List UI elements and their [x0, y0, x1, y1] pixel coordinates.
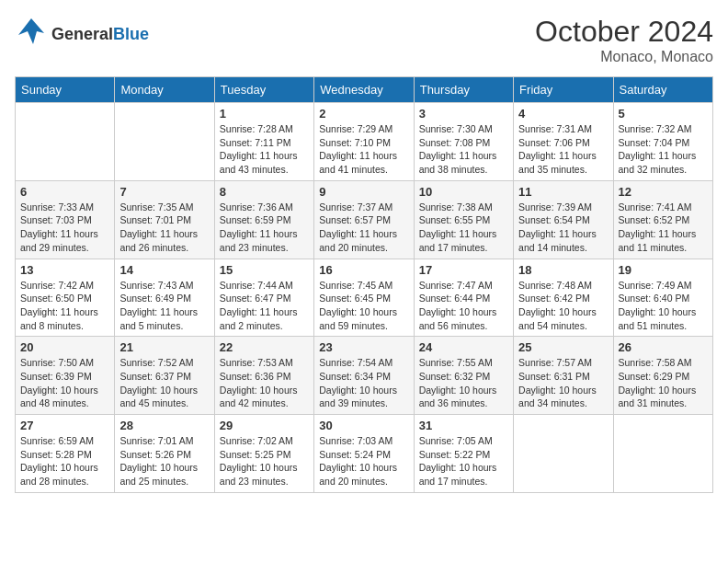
- day-number: 11: [518, 185, 608, 199]
- day-info: Sunrise: 7:54 AM Sunset: 6:34 PM Dayligh…: [319, 356, 408, 410]
- day-info: Sunrise: 7:49 AM Sunset: 6:40 PM Dayligh…: [619, 279, 708, 333]
- calendar-cell: [115, 103, 214, 181]
- page-header: GeneralBlue October 2024 Monaco, Monaco: [15, 15, 713, 65]
- day-number: 20: [20, 340, 109, 354]
- calendar-cell: 18Sunrise: 7:48 AM Sunset: 6:42 PM Dayli…: [514, 259, 613, 337]
- day-info: Sunrise: 7:32 AM Sunset: 7:04 PM Dayligh…: [619, 122, 708, 177]
- title-section: October 2024 Monaco, Monaco: [535, 15, 713, 65]
- day-info: Sunrise: 7:03 AM Sunset: 5:24 PM Dayligh…: [319, 434, 408, 488]
- calendar-week-row: 6Sunrise: 7:33 AM Sunset: 7:03 PM Daylig…: [16, 180, 713, 259]
- day-info: Sunrise: 7:02 AM Sunset: 5:25 PM Dayligh…: [220, 434, 309, 488]
- calendar-body: 1Sunrise: 7:28 AM Sunset: 7:11 PM Daylig…: [16, 103, 713, 493]
- weekday-header-cell: Thursday: [414, 77, 513, 103]
- day-number: 3: [419, 107, 508, 121]
- calendar-cell: 14Sunrise: 7:43 AM Sunset: 6:49 PM Dayli…: [115, 259, 214, 337]
- day-info: Sunrise: 7:38 AM Sunset: 6:55 PM Dayligh…: [419, 201, 508, 255]
- day-number: 23: [319, 340, 408, 354]
- calendar-cell: 19Sunrise: 7:49 AM Sunset: 6:40 PM Dayli…: [613, 259, 712, 337]
- day-info: Sunrise: 7:44 AM Sunset: 6:47 PM Dayligh…: [220, 279, 309, 333]
- day-info: Sunrise: 7:33 AM Sunset: 7:03 PM Dayligh…: [20, 201, 109, 255]
- weekday-header-row: SundayMondayTuesdayWednesdayThursdayFrid…: [16, 77, 713, 103]
- day-number: 24: [419, 340, 508, 354]
- day-info: Sunrise: 7:39 AM Sunset: 6:54 PM Dayligh…: [518, 201, 608, 255]
- day-info: Sunrise: 7:58 AM Sunset: 6:29 PM Dayligh…: [619, 356, 708, 410]
- weekday-header-cell: Sunday: [16, 77, 115, 103]
- day-info: Sunrise: 7:30 AM Sunset: 7:08 PM Dayligh…: [419, 122, 508, 177]
- weekday-header-cell: Wednesday: [314, 77, 414, 103]
- weekday-header-cell: Monday: [115, 77, 214, 103]
- day-info: Sunrise: 7:37 AM Sunset: 6:57 PM Dayligh…: [319, 201, 408, 255]
- calendar-cell: 10Sunrise: 7:38 AM Sunset: 6:55 PM Dayli…: [414, 180, 513, 259]
- calendar-cell: 23Sunrise: 7:54 AM Sunset: 6:34 PM Dayli…: [314, 337, 414, 415]
- day-number: 14: [119, 263, 209, 277]
- day-number: 10: [419, 185, 508, 199]
- calendar-cell: 31Sunrise: 7:05 AM Sunset: 5:22 PM Dayli…: [414, 415, 513, 493]
- calendar-cell: 16Sunrise: 7:45 AM Sunset: 6:45 PM Dayli…: [314, 259, 414, 337]
- calendar-cell: 13Sunrise: 7:42 AM Sunset: 6:50 PM Dayli…: [16, 259, 115, 337]
- day-number: 7: [119, 185, 209, 199]
- day-info: Sunrise: 7:50 AM Sunset: 6:39 PM Dayligh…: [20, 356, 109, 410]
- calendar-cell: 2Sunrise: 7:29 AM Sunset: 7:10 PM Daylig…: [314, 103, 414, 181]
- logo-blue-text: Blue: [113, 25, 149, 43]
- day-number: 26: [619, 340, 708, 354]
- day-number: 18: [518, 263, 608, 277]
- day-info: Sunrise: 7:57 AM Sunset: 6:31 PM Dayligh…: [518, 356, 608, 410]
- day-number: 22: [220, 340, 309, 354]
- day-info: Sunrise: 7:29 AM Sunset: 7:10 PM Dayligh…: [319, 122, 408, 177]
- calendar-cell: 12Sunrise: 7:41 AM Sunset: 6:52 PM Dayli…: [613, 180, 712, 259]
- calendar-cell: 26Sunrise: 7:58 AM Sunset: 6:29 PM Dayli…: [613, 337, 712, 415]
- day-info: Sunrise: 7:55 AM Sunset: 6:32 PM Dayligh…: [419, 356, 508, 410]
- day-number: 28: [119, 419, 209, 432]
- logo-bird-icon: [15, 15, 48, 53]
- day-number: 31: [419, 419, 508, 432]
- location-title: Monaco, Monaco: [535, 49, 713, 65]
- day-number: 9: [319, 185, 408, 199]
- calendar-cell: 15Sunrise: 7:44 AM Sunset: 6:47 PM Dayli…: [214, 259, 313, 337]
- day-number: 17: [419, 263, 508, 277]
- calendar-cell: 29Sunrise: 7:02 AM Sunset: 5:25 PM Dayli…: [214, 415, 313, 493]
- day-info: Sunrise: 7:05 AM Sunset: 5:22 PM Dayligh…: [419, 434, 508, 488]
- calendar-cell: [514, 415, 613, 493]
- day-number: 15: [220, 263, 309, 277]
- svg-marker-0: [18, 18, 44, 44]
- day-info: Sunrise: 7:01 AM Sunset: 5:26 PM Dayligh…: [119, 434, 209, 488]
- day-info: Sunrise: 7:47 AM Sunset: 6:44 PM Dayligh…: [419, 279, 508, 333]
- day-info: Sunrise: 7:42 AM Sunset: 6:50 PM Dayligh…: [20, 279, 109, 333]
- calendar-cell: 7Sunrise: 7:35 AM Sunset: 7:01 PM Daylig…: [115, 180, 214, 259]
- day-number: 13: [20, 263, 109, 277]
- day-number: 5: [619, 107, 708, 121]
- weekday-header-cell: Tuesday: [214, 77, 313, 103]
- calendar-cell: 8Sunrise: 7:36 AM Sunset: 6:59 PM Daylig…: [214, 180, 313, 259]
- day-number: 6: [20, 185, 109, 199]
- calendar-cell: 28Sunrise: 7:01 AM Sunset: 5:26 PM Dayli…: [115, 415, 214, 493]
- calendar-cell: 4Sunrise: 7:31 AM Sunset: 7:06 PM Daylig…: [514, 103, 613, 181]
- calendar-week-row: 20Sunrise: 7:50 AM Sunset: 6:39 PM Dayli…: [16, 337, 713, 415]
- calendar-cell: 22Sunrise: 7:53 AM Sunset: 6:36 PM Dayli…: [214, 337, 313, 415]
- calendar-cell: 6Sunrise: 7:33 AM Sunset: 7:03 PM Daylig…: [16, 180, 115, 259]
- day-info: Sunrise: 7:45 AM Sunset: 6:45 PM Dayligh…: [319, 279, 408, 333]
- day-number: 4: [518, 107, 608, 121]
- weekday-header-cell: Saturday: [613, 77, 712, 103]
- day-number: 1: [220, 107, 309, 121]
- weekday-header-cell: Friday: [514, 77, 613, 103]
- calendar-table: SundayMondayTuesdayWednesdayThursdayFrid…: [15, 76, 713, 493]
- calendar-cell: 17Sunrise: 7:47 AM Sunset: 6:44 PM Dayli…: [414, 259, 513, 337]
- calendar-week-row: 1Sunrise: 7:28 AM Sunset: 7:11 PM Daylig…: [16, 103, 713, 181]
- day-info: Sunrise: 7:53 AM Sunset: 6:36 PM Dayligh…: [220, 356, 309, 410]
- day-info: Sunrise: 7:31 AM Sunset: 7:06 PM Dayligh…: [518, 122, 608, 177]
- calendar-cell: 30Sunrise: 7:03 AM Sunset: 5:24 PM Dayli…: [314, 415, 414, 493]
- calendar-cell: 9Sunrise: 7:37 AM Sunset: 6:57 PM Daylig…: [314, 180, 414, 259]
- calendar-cell: 5Sunrise: 7:32 AM Sunset: 7:04 PM Daylig…: [613, 103, 712, 181]
- day-info: Sunrise: 7:52 AM Sunset: 6:37 PM Dayligh…: [119, 356, 209, 410]
- calendar-cell: 1Sunrise: 7:28 AM Sunset: 7:11 PM Daylig…: [214, 103, 313, 181]
- day-number: 19: [619, 263, 708, 277]
- calendar-week-row: 13Sunrise: 7:42 AM Sunset: 6:50 PM Dayli…: [16, 259, 713, 337]
- logo: GeneralBlue: [15, 15, 149, 53]
- day-number: 30: [319, 419, 408, 432]
- calendar-cell: 24Sunrise: 7:55 AM Sunset: 6:32 PM Dayli…: [414, 337, 513, 415]
- logo-general-text: General: [51, 25, 113, 43]
- day-number: 29: [220, 419, 309, 432]
- calendar-cell: 27Sunrise: 6:59 AM Sunset: 5:28 PM Dayli…: [16, 415, 115, 493]
- day-info: Sunrise: 7:28 AM Sunset: 7:11 PM Dayligh…: [220, 122, 309, 177]
- day-number: 25: [518, 340, 608, 354]
